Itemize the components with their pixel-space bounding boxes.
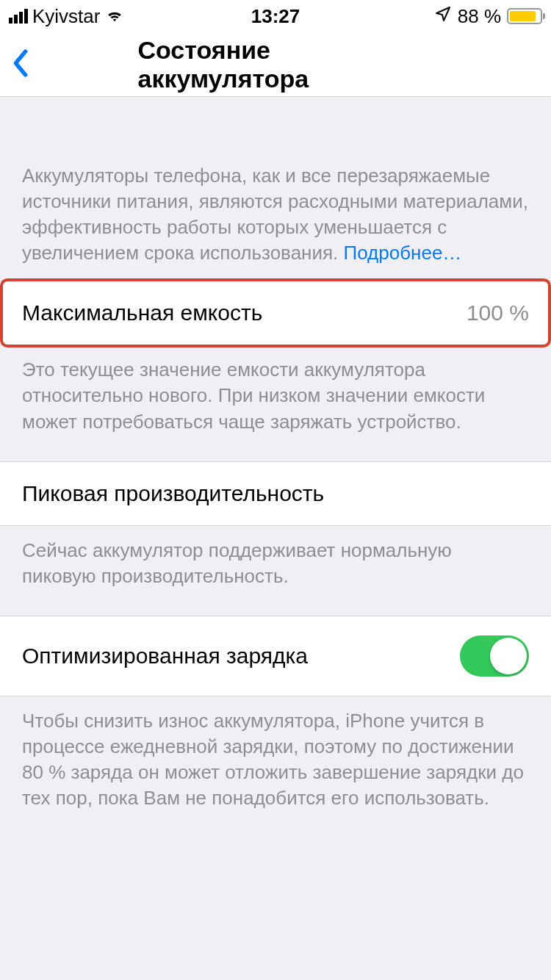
page-title: Состояние аккумулятора [138,36,414,93]
status-bar: Kyivstar 13:27 88 % [0,0,551,32]
max-capacity-label: Максимальная емкость [22,300,262,325]
navigation-bar: Состояние аккумулятора [0,32,551,97]
status-left: Kyivstar [9,5,125,28]
peak-performance-label: Пиковая производительность [22,481,324,506]
battery-icon [507,8,542,24]
location-icon [434,5,452,28]
optimized-charging-cell: Оптимизированная зарядка [0,616,551,696]
intro-description: Аккумуляторы телефона, как и все перезар… [0,97,551,281]
battery-fill [510,11,536,21]
back-button[interactable] [0,48,41,81]
optimized-charging-toggle[interactable] [460,635,529,677]
peak-performance-cell[interactable]: Пиковая производительность [0,461,551,526]
status-time: 13:27 [251,5,300,28]
optimized-charging-label: Оптимизированная зарядка [22,644,308,669]
max-capacity-footer: Это текущее значение емкости аккумулятор… [0,345,551,461]
learn-more-link[interactable]: Подробнее… [344,242,462,264]
optimized-charging-footer: Чтобы снизить износ аккумулятора, iPhone… [0,696,551,837]
max-capacity-value: 100 % [467,300,529,325]
wifi-icon [104,5,125,28]
carrier-label: Kyivstar [32,5,100,28]
status-right: 88 % [434,5,542,28]
battery-percent: 88 % [458,5,501,28]
peak-performance-footer: Сейчас аккумулятор поддерживает нормальн… [0,526,551,616]
cellular-signal-icon [9,9,28,24]
toggle-knob [490,638,527,674]
max-capacity-cell[interactable]: Максимальная емкость 100 % [0,281,551,345]
